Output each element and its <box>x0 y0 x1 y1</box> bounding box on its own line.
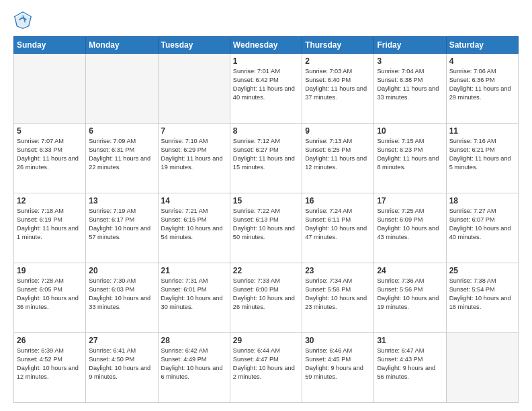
day-number: 15 <box>233 196 299 205</box>
cell-info: Sunrise: 7:04 AM Sunset: 6:38 PM Dayligh… <box>377 67 443 102</box>
cell-info: Sunrise: 6:46 AM Sunset: 4:45 PM Dayligh… <box>305 347 371 381</box>
cell-info: Sunrise: 7:18 AM Sunset: 6:19 PM Dayligh… <box>17 207 83 242</box>
calendar-cell: 20Sunrise: 7:30 AM Sunset: 6:03 PM Dayli… <box>86 263 158 333</box>
calendar-cell: 2Sunrise: 7:03 AM Sunset: 6:40 PM Daylig… <box>302 54 374 124</box>
cell-info: Sunrise: 7:12 AM Sunset: 6:27 PM Dayligh… <box>233 137 299 172</box>
calendar-cell: 19Sunrise: 7:28 AM Sunset: 6:05 PM Dayli… <box>14 263 86 333</box>
calendar-cell <box>446 333 518 403</box>
calendar-cell: 21Sunrise: 7:31 AM Sunset: 6:01 PM Dayli… <box>158 263 230 333</box>
header <box>13 11 519 30</box>
cell-info: Sunrise: 7:13 AM Sunset: 6:25 PM Dayligh… <box>305 137 371 172</box>
calendar-cell: 4Sunrise: 7:06 AM Sunset: 6:36 PM Daylig… <box>446 54 518 124</box>
weekday-header-monday: Monday <box>86 37 158 54</box>
day-number: 22 <box>233 266 299 275</box>
cell-info: Sunrise: 7:25 AM Sunset: 6:09 PM Dayligh… <box>377 207 443 242</box>
day-number: 12 <box>17 196 83 205</box>
calendar-cell <box>86 54 158 124</box>
calendar-cell: 14Sunrise: 7:21 AM Sunset: 6:15 PM Dayli… <box>158 193 230 263</box>
day-number: 4 <box>449 56 515 66</box>
week-row-3: 12Sunrise: 7:18 AM Sunset: 6:19 PM Dayli… <box>14 193 519 263</box>
calendar-cell: 23Sunrise: 7:34 AM Sunset: 5:58 PM Dayli… <box>302 263 374 333</box>
week-row-2: 5Sunrise: 7:07 AM Sunset: 6:33 PM Daylig… <box>14 124 519 193</box>
cell-info: Sunrise: 7:38 AM Sunset: 5:54 PM Dayligh… <box>449 277 515 312</box>
weekday-header-friday: Friday <box>374 37 446 54</box>
calendar-cell: 27Sunrise: 6:41 AM Sunset: 4:50 PM Dayli… <box>86 333 158 403</box>
calendar-cell: 24Sunrise: 7:36 AM Sunset: 5:56 PM Dayli… <box>374 263 446 333</box>
calendar-cell: 10Sunrise: 7:15 AM Sunset: 6:23 PM Dayli… <box>374 124 446 193</box>
cell-info: Sunrise: 7:15 AM Sunset: 6:23 PM Dayligh… <box>377 137 443 172</box>
day-number: 28 <box>161 336 227 345</box>
cell-info: Sunrise: 6:44 AM Sunset: 4:47 PM Dayligh… <box>233 347 299 381</box>
cell-info: Sunrise: 6:47 AM Sunset: 4:43 PM Dayligh… <box>377 347 443 381</box>
cell-info: Sunrise: 7:10 AM Sunset: 6:29 PM Dayligh… <box>161 137 227 172</box>
cell-info: Sunrise: 7:28 AM Sunset: 6:05 PM Dayligh… <box>17 277 83 312</box>
day-number: 30 <box>305 336 371 345</box>
day-number: 14 <box>161 196 227 205</box>
calendar-cell: 3Sunrise: 7:04 AM Sunset: 6:38 PM Daylig… <box>374 54 446 124</box>
cell-info: Sunrise: 7:21 AM Sunset: 6:15 PM Dayligh… <box>161 207 227 242</box>
cell-info: Sunrise: 7:36 AM Sunset: 5:56 PM Dayligh… <box>377 277 443 312</box>
logo-icon <box>13 11 32 30</box>
cell-info: Sunrise: 7:24 AM Sunset: 6:11 PM Dayligh… <box>305 207 371 242</box>
calendar-cell <box>14 54 86 124</box>
week-row-1: 1Sunrise: 7:01 AM Sunset: 6:42 PM Daylig… <box>14 54 519 124</box>
calendar-cell: 18Sunrise: 7:27 AM Sunset: 6:07 PM Dayli… <box>446 193 518 263</box>
day-number: 7 <box>161 126 227 136</box>
calendar-cell: 13Sunrise: 7:19 AM Sunset: 6:17 PM Dayli… <box>86 193 158 263</box>
cell-info: Sunrise: 6:42 AM Sunset: 4:49 PM Dayligh… <box>161 347 227 381</box>
calendar-cell: 31Sunrise: 6:47 AM Sunset: 4:43 PM Dayli… <box>374 333 446 403</box>
cell-info: Sunrise: 7:22 AM Sunset: 6:13 PM Dayligh… <box>233 207 299 242</box>
day-number: 8 <box>233 126 299 136</box>
cell-info: Sunrise: 7:07 AM Sunset: 6:33 PM Dayligh… <box>17 137 83 172</box>
cell-info: Sunrise: 7:27 AM Sunset: 6:07 PM Dayligh… <box>449 207 515 242</box>
logo <box>13 11 35 30</box>
day-number: 29 <box>233 336 299 345</box>
calendar-cell: 5Sunrise: 7:07 AM Sunset: 6:33 PM Daylig… <box>14 124 86 193</box>
cell-info: Sunrise: 7:09 AM Sunset: 6:31 PM Dayligh… <box>89 137 154 172</box>
calendar-cell: 8Sunrise: 7:12 AM Sunset: 6:27 PM Daylig… <box>230 124 302 193</box>
calendar-cell: 1Sunrise: 7:01 AM Sunset: 6:42 PM Daylig… <box>230 54 302 124</box>
day-number: 27 <box>89 336 154 345</box>
day-number: 9 <box>305 126 371 136</box>
day-number: 17 <box>377 196 443 205</box>
calendar-cell: 25Sunrise: 7:38 AM Sunset: 5:54 PM Dayli… <box>446 263 518 333</box>
cell-info: Sunrise: 6:39 AM Sunset: 4:52 PM Dayligh… <box>17 347 83 381</box>
day-number: 6 <box>89 126 154 136</box>
weekday-header-saturday: Saturday <box>446 37 518 54</box>
day-number: 23 <box>305 266 371 275</box>
cell-info: Sunrise: 7:19 AM Sunset: 6:17 PM Dayligh… <box>89 207 154 242</box>
week-row-4: 19Sunrise: 7:28 AM Sunset: 6:05 PM Dayli… <box>14 263 519 333</box>
cell-info: Sunrise: 6:41 AM Sunset: 4:50 PM Dayligh… <box>89 347 154 381</box>
day-number: 31 <box>377 336 443 345</box>
cell-info: Sunrise: 7:06 AM Sunset: 6:36 PM Dayligh… <box>449 67 515 102</box>
day-number: 13 <box>89 196 154 205</box>
calendar-table: SundayMondayTuesdayWednesdayThursdayFrid… <box>13 36 519 403</box>
weekday-header-row: SundayMondayTuesdayWednesdayThursdayFrid… <box>14 37 519 54</box>
day-number: 19 <box>17 266 83 275</box>
calendar-cell: 22Sunrise: 7:33 AM Sunset: 6:00 PM Dayli… <box>230 263 302 333</box>
calendar-cell: 17Sunrise: 7:25 AM Sunset: 6:09 PM Dayli… <box>374 193 446 263</box>
day-number: 26 <box>17 336 83 345</box>
calendar-cell <box>158 54 230 124</box>
day-number: 16 <box>305 196 371 205</box>
calendar-cell: 9Sunrise: 7:13 AM Sunset: 6:25 PM Daylig… <box>302 124 374 193</box>
calendar-cell: 7Sunrise: 7:10 AM Sunset: 6:29 PM Daylig… <box>158 124 230 193</box>
day-number: 21 <box>161 266 227 275</box>
day-number: 2 <box>305 56 371 66</box>
cell-info: Sunrise: 7:16 AM Sunset: 6:21 PM Dayligh… <box>449 137 515 172</box>
calendar-cell: 11Sunrise: 7:16 AM Sunset: 6:21 PM Dayli… <box>446 124 518 193</box>
page: SundayMondayTuesdayWednesdayThursdayFrid… <box>0 0 532 411</box>
weekday-header-tuesday: Tuesday <box>158 37 230 54</box>
cell-info: Sunrise: 7:30 AM Sunset: 6:03 PM Dayligh… <box>89 277 154 312</box>
calendar-cell: 15Sunrise: 7:22 AM Sunset: 6:13 PM Dayli… <box>230 193 302 263</box>
calendar-cell: 29Sunrise: 6:44 AM Sunset: 4:47 PM Dayli… <box>230 333 302 403</box>
calendar-cell: 12Sunrise: 7:18 AM Sunset: 6:19 PM Dayli… <box>14 193 86 263</box>
cell-info: Sunrise: 7:01 AM Sunset: 6:42 PM Dayligh… <box>233 67 299 102</box>
day-number: 1 <box>233 56 299 66</box>
day-number: 20 <box>89 266 154 275</box>
day-number: 5 <box>17 126 83 136</box>
cell-info: Sunrise: 7:34 AM Sunset: 5:58 PM Dayligh… <box>305 277 371 312</box>
week-row-5: 26Sunrise: 6:39 AM Sunset: 4:52 PM Dayli… <box>14 333 519 403</box>
day-number: 10 <box>377 126 443 136</box>
weekday-header-thursday: Thursday <box>302 37 374 54</box>
